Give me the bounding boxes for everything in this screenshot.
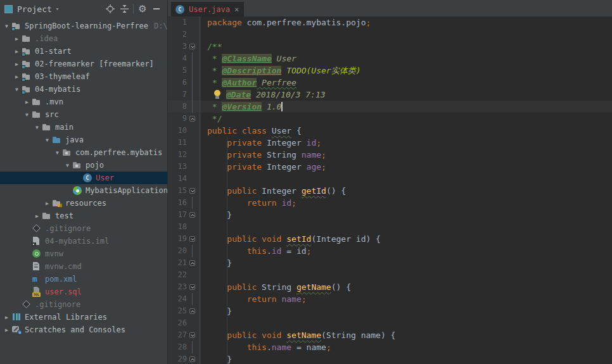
fold-column[interactable]	[187, 16, 200, 28]
code-line-10[interactable]: 10public class User {	[168, 125, 612, 137]
tree-item-mybatisapplication[interactable]: MybatisApplication	[0, 184, 167, 197]
fold-end-icon[interactable]	[189, 212, 195, 218]
code-text[interactable]: public String getName() {	[201, 281, 351, 293]
gutter[interactable]: 17	[168, 209, 201, 221]
fold-end-icon[interactable]	[189, 356, 195, 362]
chevron-expanded-icon[interactable]: ▼	[32, 125, 42, 130]
code-text[interactable]: return id;	[201, 197, 296, 209]
chevron-collapsed-icon[interactable]: ▶	[12, 49, 22, 54]
gutter[interactable]: 24	[168, 293, 201, 305]
code-line-26[interactable]: 26	[168, 317, 612, 329]
code-text[interactable]	[201, 28, 207, 41]
code-text[interactable]: * @ClassName User	[201, 53, 296, 65]
gutter[interactable]: 2	[168, 28, 201, 41]
fold-column[interactable]	[187, 53, 200, 65]
code-text[interactable]	[201, 317, 207, 329]
tree-item-pojo[interactable]: ▼pojo	[0, 159, 167, 172]
tree-item-test[interactable]: ▶test	[0, 210, 167, 222]
fold-end-icon[interactable]	[189, 308, 195, 314]
tree-item-user-sql[interactable]: SQLuser.sql	[0, 286, 167, 298]
gutter[interactable]: 5	[168, 65, 201, 77]
tree-item--mvn[interactable]: ▶.mvn	[0, 96, 167, 108]
gutter[interactable]: 23	[168, 281, 201, 293]
code-text[interactable]: * @Author Perfree	[201, 77, 296, 89]
tree-item-external-libraries[interactable]: ▶External Libraries	[0, 311, 167, 323]
chevron-down-icon[interactable]: ▾	[56, 6, 59, 12]
fold-column[interactable]	[187, 305, 200, 317]
code-line-15[interactable]: 15 public Integer getId() {	[168, 185, 612, 197]
code-line-20[interactable]: 20 this.id = id;	[168, 245, 612, 257]
chevron-expanded-icon[interactable]: ▼	[2, 23, 11, 29]
fold-column[interactable]	[187, 221, 200, 233]
chevron-expanded-icon[interactable]: ▼	[12, 87, 22, 92]
code-line-13[interactable]: 13 private Integer age;	[168, 161, 612, 173]
code-line-9[interactable]: 9 */	[168, 113, 612, 125]
project-title[interactable]: Project	[17, 4, 52, 14]
chevron-collapsed-icon[interactable]: ▶	[22, 99, 32, 105]
fold-column[interactable]	[187, 209, 200, 221]
fold-column[interactable]	[187, 28, 200, 41]
tab-user-java[interactable]: C User.java ×	[171, 2, 244, 16]
gutter[interactable]: 12	[168, 149, 201, 161]
code-text[interactable]: private Integer age;	[201, 161, 326, 173]
fold-column[interactable]	[187, 77, 200, 89]
code-line-8[interactable]: 8 * @Version 1.0	[168, 101, 612, 113]
gutter[interactable]: 1	[168, 16, 201, 28]
tree-item--gitignore[interactable]: .gitignore	[0, 222, 167, 235]
fold-column[interactable]	[187, 281, 200, 293]
tree-item-mvnw-cmd[interactable]: mvnw.cmd	[0, 260, 167, 273]
tree-item-scratches-and-consoles[interactable]: ▶Scratches and Consoles	[0, 323, 167, 336]
fold-start-icon[interactable]	[189, 284, 195, 290]
code-line-29[interactable]: 29 }	[168, 353, 612, 364]
fold-column[interactable]	[187, 149, 200, 161]
code-text[interactable]: this.name = name;	[201, 341, 331, 353]
gutter[interactable]: 13	[168, 161, 201, 173]
fold-column[interactable]	[187, 161, 200, 173]
gutter[interactable]: 15	[168, 185, 201, 197]
tree-item-mvnw[interactable]: mvnw	[0, 248, 167, 260]
fold-column[interactable]	[187, 125, 200, 137]
tree-item-01-start[interactable]: ▶01-start	[0, 45, 167, 58]
tree-item-02-freemarker-freemarker-[interactable]: ▶02-freemarker [freemarker]	[0, 58, 167, 70]
hide-panel-button[interactable]	[150, 3, 163, 15]
code-line-25[interactable]: 25 }	[168, 305, 612, 317]
fold-start-icon[interactable]	[189, 236, 195, 242]
fold-column[interactable]	[187, 185, 200, 197]
gutter[interactable]: 8	[168, 101, 201, 113]
tree-item-main[interactable]: ▼main	[0, 121, 167, 134]
fold-column[interactable]	[187, 101, 200, 113]
code-line-18[interactable]: 18	[168, 221, 612, 233]
gutter[interactable]: 26	[168, 317, 201, 329]
gutter[interactable]: 10	[168, 125, 201, 137]
code-line-16[interactable]: 16 return id;	[168, 197, 612, 209]
gutter[interactable]: 25	[168, 305, 201, 317]
tree-item-resources[interactable]: ▶resources	[0, 197, 167, 210]
code-text[interactable]: /**	[201, 41, 222, 53]
code-line-27[interactable]: 27 public void setName(String name) {	[168, 329, 612, 341]
tree-item-src[interactable]: ▼src	[0, 108, 167, 121]
fold-column[interactable]	[187, 173, 200, 185]
gutter[interactable]: 16	[168, 197, 201, 209]
code-line-3[interactable]: 3/**	[168, 41, 612, 53]
gutter[interactable]: 28	[168, 341, 201, 353]
code-line-22[interactable]: 22	[168, 269, 612, 281]
tree-item-03-thymeleaf[interactable]: ▶03-thymeleaf	[0, 70, 167, 83]
fold-column[interactable]	[187, 341, 200, 353]
code-text[interactable]: * @Version 1.0	[201, 101, 283, 113]
gutter[interactable]: 4	[168, 53, 201, 65]
fold-column[interactable]	[187, 197, 200, 209]
code-text[interactable]: @Date 2018/10/3 7:13	[201, 89, 326, 101]
gutter[interactable]: 21	[168, 257, 201, 269]
gutter[interactable]: 14	[168, 173, 201, 185]
chevron-collapsed-icon[interactable]: ▶	[42, 201, 52, 206]
code-text[interactable]	[201, 221, 207, 233]
code-text[interactable]: private String name;	[201, 149, 326, 161]
fold-column[interactable]	[187, 233, 200, 245]
code-text[interactable]: private Integer id;	[201, 137, 321, 149]
fold-start-icon[interactable]	[189, 188, 195, 194]
gutter[interactable]: 9	[168, 113, 201, 125]
tree-item-com-perfree-mybatis[interactable]: ▼com.perfree.mybatis	[0, 146, 167, 159]
gutter[interactable]: 27	[168, 329, 201, 341]
gutter[interactable]: 6	[168, 77, 201, 89]
fold-column[interactable]	[187, 41, 200, 53]
